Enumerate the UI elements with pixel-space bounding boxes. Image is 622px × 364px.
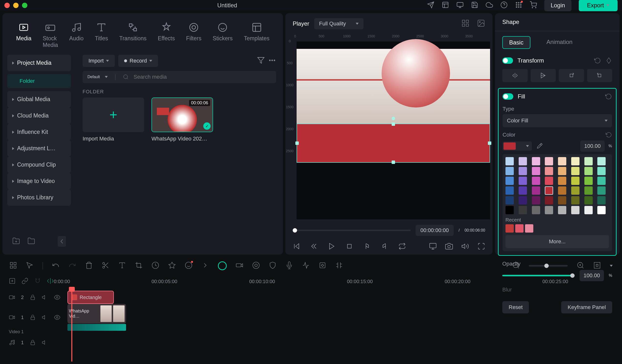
sidebar-item[interactable]: Cloud Media	[7, 108, 71, 124]
snap-icon[interactable]	[47, 278, 54, 285]
palette-color[interactable]	[584, 186, 593, 195]
camera-icon[interactable]	[235, 261, 243, 270]
palette-color[interactable]	[558, 196, 566, 205]
subtab-basic[interactable]: Basic	[502, 36, 530, 49]
volume-icon[interactable]	[461, 242, 469, 251]
desktop-icon[interactable]	[456, 1, 464, 10]
collapse-sidebar[interactable]	[58, 236, 66, 247]
zoom-in-icon[interactable]	[577, 261, 584, 270]
cloud-icon[interactable]	[486, 1, 493, 10]
palette-color[interactable]	[505, 157, 514, 165]
link-icon[interactable]	[21, 278, 28, 285]
sidebar-item[interactable]: Adjustment L…	[7, 140, 71, 157]
speed-icon[interactable]	[152, 261, 159, 270]
mute-icon[interactable]	[42, 294, 48, 301]
grid-icon[interactable]	[9, 261, 17, 270]
zoom-out-icon[interactable]	[512, 261, 520, 270]
import-media-tile[interactable]	[83, 97, 144, 132]
fit-icon[interactable]	[593, 261, 601, 270]
lock-icon[interactable]	[30, 314, 36, 321]
crop-icon[interactable]	[135, 261, 143, 270]
flip-horizontal[interactable]	[502, 69, 528, 82]
palette-color[interactable]	[505, 186, 514, 195]
palette-color[interactable]	[571, 157, 580, 165]
fullscreen-icon[interactable]	[477, 242, 485, 251]
record-timeline-icon[interactable]	[218, 261, 227, 270]
fill-type-dropdown[interactable]: Color Fill	[503, 114, 612, 127]
sort-default[interactable]: Default	[87, 75, 100, 79]
rotate-cw[interactable]	[559, 69, 584, 82]
folder-icon[interactable]	[27, 237, 35, 246]
palette-color[interactable]	[532, 177, 540, 185]
text-icon[interactable]	[118, 261, 126, 270]
palette-color[interactable]	[597, 206, 606, 214]
palette-color[interactable]	[558, 186, 566, 195]
resize-handle[interactable]	[392, 122, 395, 126]
help-icon[interactable]	[500, 1, 508, 10]
palette-color[interactable]	[584, 167, 593, 175]
range-icon[interactable]	[335, 261, 343, 270]
palette-color[interactable]	[532, 196, 540, 205]
media-tab-effects[interactable]: Effects	[158, 22, 175, 48]
sidebar-project-media[interactable]: Project Media	[7, 55, 71, 71]
resize-handle[interactable]	[488, 141, 491, 145]
mute-icon[interactable]	[42, 314, 48, 321]
palette-color[interactable]	[571, 186, 580, 195]
cart-icon[interactable]	[530, 1, 537, 10]
palette-color[interactable]	[597, 196, 606, 205]
media-tab-templates[interactable]: Templates	[244, 22, 270, 48]
visibility-icon[interactable]	[54, 314, 60, 321]
snapshot-icon[interactable]	[445, 242, 453, 251]
more-tools-icon[interactable]	[201, 261, 209, 270]
palette-color[interactable]	[545, 196, 553, 205]
lock-icon[interactable]	[30, 339, 36, 346]
clip-rectangle[interactable]: Rectangle	[67, 291, 114, 304]
palette-color[interactable]	[558, 167, 566, 175]
palette-color[interactable]	[558, 177, 566, 185]
sidebar-item[interactable]: Influence Kit	[7, 124, 71, 140]
lock-icon[interactable]	[30, 294, 36, 301]
mute-icon[interactable]	[42, 339, 48, 346]
palette-color[interactable]	[545, 157, 553, 165]
clip-audio-waveform[interactable]	[67, 324, 126, 331]
palette-color[interactable]	[597, 186, 606, 195]
palette-color[interactable]	[545, 206, 553, 214]
mark-out-icon[interactable]	[381, 242, 389, 251]
more-colors-button[interactable]: More...	[505, 235, 609, 248]
chevron-down-icon[interactable]	[610, 265, 613, 267]
palette-color[interactable]	[571, 196, 580, 205]
add-track-icon[interactable]	[9, 278, 16, 285]
playhead[interactable]	[71, 288, 72, 362]
palette-color[interactable]	[584, 206, 593, 214]
media-tab-stickers[interactable]: Stickers	[213, 22, 233, 48]
sidebar-item[interactable]: Image to Video	[7, 173, 71, 189]
palette-color[interactable]	[597, 157, 606, 165]
selected-rectangle-shape[interactable]	[297, 124, 490, 163]
keyframe-icon[interactable]	[605, 57, 612, 64]
rotate-ccw[interactable]	[587, 69, 612, 82]
palette-color[interactable]	[597, 167, 606, 175]
palette-color[interactable]	[532, 186, 540, 195]
window-minimize[interactable]	[13, 3, 19, 8]
media-tab-audio[interactable]: Audio	[69, 22, 84, 48]
cut-icon[interactable]	[102, 261, 109, 270]
inspector-tab-shape[interactable]: Shape	[495, 13, 620, 31]
media-clip-thumbnail[interactable]: 00:00:06 ✓	[152, 97, 213, 132]
redo-icon[interactable]	[68, 261, 76, 270]
recent-color[interactable]	[515, 224, 524, 232]
palette-color[interactable]	[571, 177, 580, 185]
sidebar-folder[interactable]: Folder	[7, 74, 71, 88]
playback-scrubber[interactable]	[293, 230, 411, 231]
palette-color[interactable]	[545, 177, 553, 185]
palette-color[interactable]	[571, 206, 580, 214]
reset-icon[interactable]	[594, 57, 601, 64]
palette-color[interactable]	[519, 177, 527, 185]
rotate-handle[interactable]	[392, 117, 395, 120]
resize-handle[interactable]	[392, 160, 395, 164]
export-button[interactable]: Export	[579, 0, 618, 11]
palette-color[interactable]	[505, 177, 514, 185]
color-swatch-dropdown[interactable]	[503, 141, 532, 151]
shield-icon[interactable]	[269, 261, 276, 270]
reset-icon[interactable]	[605, 93, 612, 100]
media-tab-media[interactable]: Media	[16, 22, 32, 48]
